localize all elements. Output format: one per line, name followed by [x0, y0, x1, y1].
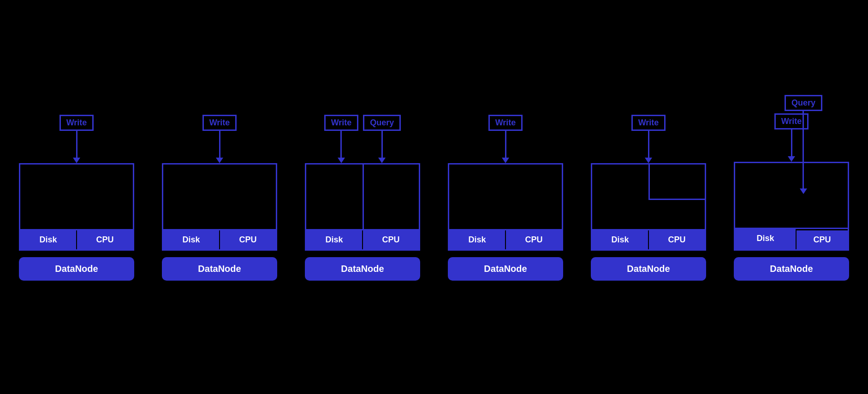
node-4-server: Disk CPU	[448, 163, 563, 251]
node-1-write-line	[76, 131, 77, 159]
node-1-cpu: CPU	[77, 230, 133, 249]
node-5-cpu: CPU	[649, 230, 705, 249]
node-2-arrows: Write	[202, 115, 237, 159]
node-1-memory	[20, 165, 133, 229]
node-6-cpu-wrapper: CPU	[797, 229, 848, 249]
node-5-datanode: DataNode	[591, 257, 706, 281]
node-1-write-arrow: Write	[59, 115, 94, 159]
node-5-arrows: Write	[631, 115, 666, 159]
node-4-datanode: DataNode	[448, 257, 563, 281]
top-query-label: Query	[785, 95, 822, 111]
node-2-cpu: CPU	[220, 230, 276, 249]
node-4: Write Disk CPU DataNode	[448, 115, 563, 281]
node-3-write-arrow: Write	[324, 115, 359, 159]
top-query-arrow-container: Query	[785, 95, 822, 189]
node-2-datanode: DataNode	[162, 257, 277, 281]
node-3-disk: Disk	[306, 230, 363, 249]
node-4-arrows: Write	[488, 115, 523, 159]
node-3-arrows: Write Query	[324, 115, 401, 159]
node-3-write-line	[340, 131, 342, 159]
node-1-datanode: DataNode	[19, 257, 134, 281]
node-2-write-arrow: Write	[202, 115, 237, 159]
node-3-query-label: Query	[363, 115, 401, 131]
node-5-bottom: Disk CPU	[592, 229, 705, 249]
node-4-memory	[449, 165, 562, 229]
node-5-write-line	[648, 131, 649, 159]
node-1-server: Disk CPU	[19, 163, 134, 251]
top-query-arrow-line	[803, 111, 804, 189]
node-5-disk: Disk	[592, 230, 649, 249]
node-5-write-arrow: Write	[631, 115, 666, 159]
node-5-server: Disk CPU	[591, 163, 706, 251]
node-2-memory	[163, 165, 276, 229]
node-2: Write Disk CPU DataNode	[162, 115, 277, 281]
node-5-write-label: Write	[631, 115, 666, 131]
node-2-bottom: Disk CPU	[163, 229, 276, 249]
node-1-disk: Disk	[20, 230, 77, 249]
node-2-write-line	[219, 131, 220, 159]
diagram: Query Write Disk CPU DataNode Write	[0, 95, 868, 299]
node-4-write-label: Write	[488, 115, 523, 131]
node-1-arrows: Write	[59, 115, 94, 159]
node-3-query-arrow: Query	[363, 115, 401, 159]
node-1: Write Disk CPU DataNode	[19, 115, 134, 281]
node-3: Write Query Disk CPU DataNode	[305, 115, 420, 281]
node-6-disk: Disk	[735, 229, 797, 249]
node-3-datanode: DataNode	[305, 257, 420, 281]
node-3-query-line	[381, 131, 383, 159]
node-2-disk: Disk	[163, 230, 220, 249]
node-6-bottom: Disk CPU	[735, 228, 848, 249]
node-3-cpu: CPU	[363, 230, 419, 249]
node-2-write-label: Write	[202, 115, 237, 131]
node-5-memory-step	[648, 165, 705, 200]
node-6-cpu: CPU	[797, 229, 848, 249]
node-4-write-line	[505, 131, 506, 159]
node-3-memory-divider	[363, 165, 364, 229]
node-4-bottom: Disk CPU	[449, 229, 562, 249]
node-4-disk: Disk	[449, 230, 506, 249]
node-5: Write Disk CPU DataNode	[591, 115, 706, 281]
node-4-write-arrow: Write	[488, 115, 523, 159]
node-3-write-label: Write	[324, 115, 359, 131]
node-6-datanode: DataNode	[734, 257, 849, 281]
node-3-memory	[306, 165, 419, 229]
node-1-bottom: Disk CPU	[20, 229, 133, 249]
node-4-cpu: CPU	[506, 230, 562, 249]
node-3-bottom: Disk CPU	[306, 229, 419, 249]
node-5-memory	[592, 165, 705, 229]
node-2-server: Disk CPU	[162, 163, 277, 251]
node-1-write-label: Write	[59, 115, 94, 131]
node-3-server: Disk CPU	[305, 163, 420, 251]
